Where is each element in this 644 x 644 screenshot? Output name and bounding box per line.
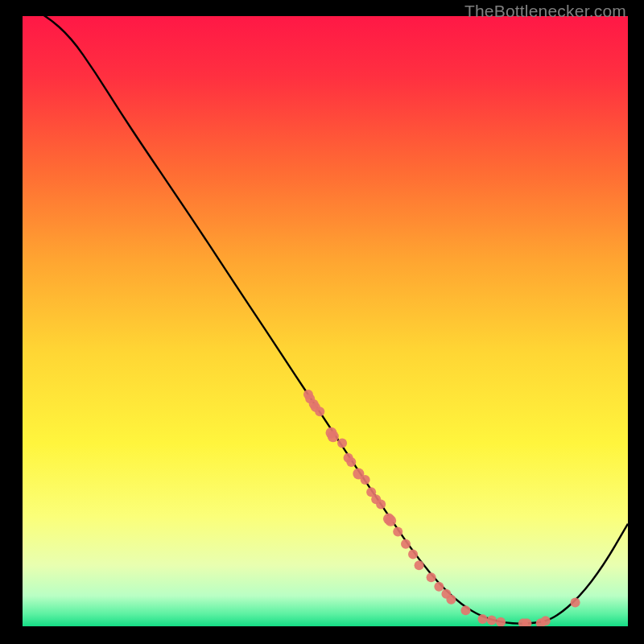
data-point <box>415 560 424 570</box>
data-point <box>478 614 488 624</box>
data-point <box>361 475 370 485</box>
data-point <box>346 457 356 467</box>
data-point <box>460 605 470 615</box>
data-point <box>315 407 324 416</box>
data-point <box>393 527 402 537</box>
data-point <box>434 582 444 592</box>
data-point <box>385 515 396 526</box>
data-point <box>408 550 418 559</box>
data-point <box>401 539 411 549</box>
data-point <box>541 616 551 625</box>
data-point <box>427 572 436 582</box>
chart-svg <box>23 16 628 626</box>
chart-frame <box>23 16 628 626</box>
data-point <box>337 439 347 448</box>
gradient-background <box>23 16 628 626</box>
data-point <box>376 499 386 509</box>
data-point <box>446 595 456 605</box>
data-point <box>487 615 497 625</box>
data-point <box>328 431 339 442</box>
data-point <box>571 597 580 607</box>
attribution-text: TheBottlenecker.com <box>464 2 626 21</box>
